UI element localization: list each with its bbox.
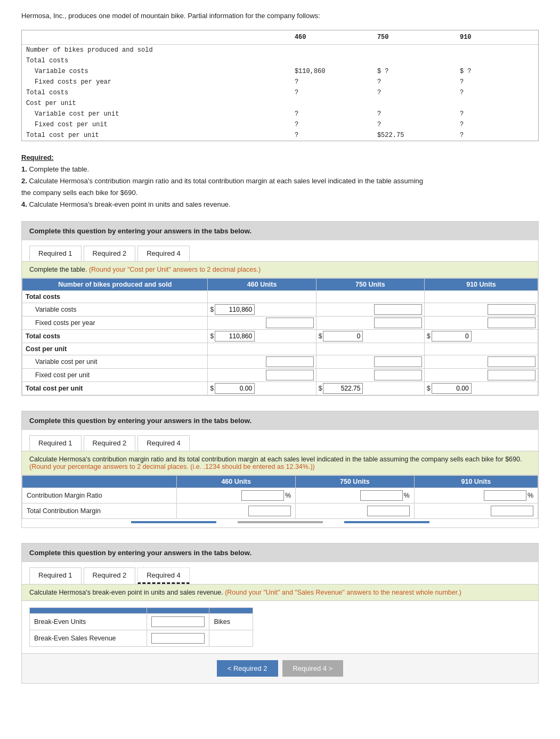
q2-th-label: [22, 475, 177, 488]
q1-dollar-tcpu-910: $: [427, 385, 431, 392]
tab-required2-q3[interactable]: Required 2: [84, 567, 136, 584]
tab-required2-q2[interactable]: Required 2: [84, 435, 136, 451]
q2-input-cmr-750[interactable]: [360, 490, 403, 501]
info-row-total-costs-header: Total costs: [22, 55, 538, 66]
question1-table-wrapper: Number of bikes produced and sold 460 Un…: [22, 278, 538, 395]
q2-cell-cmr-460: %: [177, 488, 296, 503]
req-num-2: 2.: [21, 177, 27, 185]
q1-input-fcpu-910[interactable]: [488, 370, 535, 380]
q1-row-fixed-cpu: Fixed cost per unit: [22, 368, 538, 381]
q2-pct-910: %: [527, 492, 533, 499]
info-label-cpu: Cost per unit: [22, 98, 290, 109]
q1-input-tc-910[interactable]: [432, 331, 472, 342]
q1-cell-tcpu-750: $: [316, 381, 424, 395]
q1-th-910: 910 Units: [425, 278, 538, 290]
q2-label-cmr: Contribution Margin Ratio: [22, 488, 177, 503]
tab-required1-q2[interactable]: Required 1: [29, 435, 82, 451]
q3-th-empty2: [147, 607, 209, 613]
q1-input-tc-750[interactable]: [323, 331, 363, 342]
question2-table: 460 Units 750 Units 910 Units Contributi…: [22, 475, 538, 519]
q1-input-vc-910[interactable]: [488, 304, 535, 315]
req-text-2: Calculate Hermosa's contribution margin …: [29, 177, 423, 185]
prev-button[interactable]: < Required 2: [217, 660, 278, 677]
info-label-vcpu: Variable cost per unit: [22, 109, 290, 119]
info-row-variable-costs: Variable costs $110,860 $ ? $ ?: [22, 66, 538, 77]
q1-th-460: 460 Units: [208, 278, 316, 290]
next-button[interactable]: Required 4 >: [282, 660, 344, 677]
q1-input-tcpu-460[interactable]: [215, 383, 255, 394]
intro-text: Hermosa, Inc., produces one model of mou…: [21, 11, 539, 21]
info-label-total-costs: Total costs: [22, 55, 290, 66]
q1-label-tcpu: Total cost per unit: [22, 381, 208, 395]
q1-row-total-costs-val: Total costs $ $ $: [22, 329, 538, 343]
tab-required2-q1[interactable]: Required 2: [84, 246, 136, 261]
info-label-tcpu: Total cost per unit: [22, 130, 290, 141]
q2-input-tcm-750[interactable]: [367, 506, 410, 516]
q1-input-fc-910[interactable]: [488, 318, 535, 328]
q1-input-vcpu-750[interactable]: [374, 356, 422, 367]
tab-required4-q3[interactable]: Required 4: [137, 567, 190, 584]
q1-cell-tcpu-910: $: [425, 381, 538, 395]
info-val-bikes-460: [290, 44, 373, 55]
question-block-2: Complete this question by entering your …: [21, 411, 539, 528]
q1-input-tc-460[interactable]: [215, 331, 255, 342]
q2-cell-cmr-910: %: [414, 488, 538, 503]
q2-cell-tcm-460: [177, 503, 296, 518]
required-section: Required: 1. Complete the table. 2. Calc…: [21, 152, 539, 210]
q1-input-tcpu-750[interactable]: [323, 383, 363, 394]
info-val-tc-750: ?: [373, 87, 456, 98]
question3-header: Complete this question by entering your …: [22, 543, 538, 562]
question1-table: Number of bikes produced and sold 460 Un…: [22, 278, 538, 395]
info-val-vcpu-910: ?: [456, 109, 538, 119]
info-label-bikes: Number of bikes produced and sold: [22, 44, 290, 55]
q1-input-tcpu-910[interactable]: [432, 383, 472, 394]
q2-cell-tcm-750: [296, 503, 415, 518]
q2-input-cmr-910[interactable]: [484, 490, 526, 501]
q1-input-vcpu-460[interactable]: [266, 356, 314, 367]
q1-cell-fc-910: [425, 316, 538, 329]
tab-required1-q3[interactable]: Required 1: [29, 567, 82, 584]
info-val-fc-910: ?: [456, 77, 538, 87]
question2-tabs-row: Required 1 Required 2 Required 4: [22, 430, 538, 451]
info-table: 460 750 910 Number of bikes produced and…: [22, 30, 538, 141]
q1-input-vc-750[interactable]: [374, 304, 422, 315]
question3-tabs-row: Required 1 Required 2 Required 4: [22, 562, 538, 584]
nav-buttons: < Required 2 Required 4 >: [22, 653, 538, 683]
progress-bars: [22, 519, 538, 527]
req-text-1: Complete the table.: [29, 165, 89, 173]
question1-instruction: Complete the table. (Round your "Cost pe…: [22, 262, 538, 278]
q1-cell-fcpu-750: [316, 368, 424, 381]
q3-input-beu[interactable]: [151, 616, 205, 627]
q1-input-fcpu-750[interactable]: [374, 370, 422, 380]
q1-input-fcpu-460[interactable]: [266, 370, 314, 380]
q1-row-fixed-costs: Fixed costs per year: [22, 316, 538, 329]
q3-label-besr: Break-Even Sales Revenue: [30, 630, 147, 646]
q1-input-vcpu-910[interactable]: [488, 356, 535, 367]
q1-input-fc-750[interactable]: [374, 318, 422, 328]
info-val-tcpu-750: $522.75: [373, 130, 456, 141]
q1-cell-vcpu-910: [425, 355, 538, 368]
info-col-label: [22, 30, 290, 45]
q3-cell-besr-val: [147, 630, 209, 646]
q2-input-tcm-910[interactable]: [491, 506, 533, 516]
q2-input-tcm-460[interactable]: [248, 506, 291, 516]
q1-label-cpu: Cost per unit: [22, 343, 208, 355]
q1-input-vc-460[interactable]: [215, 304, 255, 315]
tab-required1-q1[interactable]: Required 1: [29, 246, 82, 261]
info-header-row: 460 750 910: [22, 30, 538, 45]
req-num-4: 4.: [21, 200, 27, 208]
q1-label-vcpu: Variable cost per unit: [22, 355, 208, 368]
tab-required4-q2[interactable]: Required 4: [137, 435, 190, 451]
q3-th-empty3: [209, 607, 253, 613]
progress-bar-3: [344, 521, 429, 523]
info-val-fcpu-460: ?: [290, 119, 373, 130]
question1-instruction-colored: (Round your "Cost per Unit" answers to 2…: [89, 266, 261, 273]
q2-header-row: 460 Units 750 Units 910 Units: [22, 475, 538, 488]
q3-input-besr[interactable]: [151, 633, 205, 644]
question3-header-text: Complete this question by entering your …: [29, 549, 251, 557]
question-block-1: Complete this question by entering your …: [21, 221, 539, 396]
q2-input-cmr-460[interactable]: [241, 490, 284, 501]
q3-header-row: [30, 607, 253, 613]
tab-required4-q1[interactable]: Required 4: [137, 246, 190, 261]
q1-input-fc-460[interactable]: [266, 318, 314, 328]
